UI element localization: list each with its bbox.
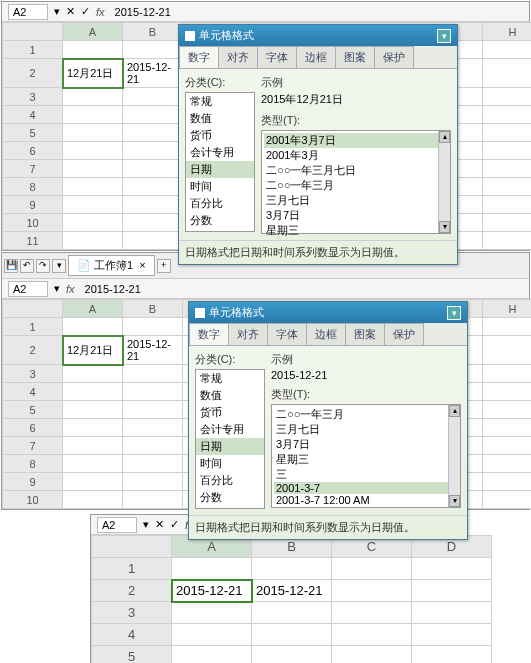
close-icon[interactable]: ▾	[437, 29, 451, 43]
cell-a2[interactable]: 12月21日	[63, 59, 123, 88]
list-item[interactable]: 常规	[196, 370, 264, 387]
tab-border[interactable]: 边框	[296, 46, 336, 68]
cell-reference[interactable]: A2	[8, 281, 48, 297]
type-listbox[interactable]: 二○○一年三月 三月七日 3月7日 星期三 三 2001-3-7 2001-3-…	[271, 404, 461, 508]
list-item[interactable]: 2001年3月7日	[264, 133, 448, 148]
list-item[interactable]: 3月7日	[274, 437, 458, 452]
list-item[interactable]: 2001-3-7	[274, 482, 458, 494]
list-item[interactable]: 会计专用	[186, 144, 254, 161]
scrollbar[interactable]: ▴ ▾	[448, 405, 460, 507]
tab-align[interactable]: 对齐	[228, 323, 268, 345]
formula-input[interactable]: 2015-12-21	[111, 5, 523, 19]
dropdown-icon[interactable]: ▾	[54, 5, 60, 18]
example-label: 示例	[271, 352, 461, 367]
list-item[interactable]: 数值	[196, 387, 264, 404]
list-item[interactable]: 星期三	[274, 452, 458, 467]
tab-align[interactable]: 对齐	[218, 46, 258, 68]
cell-reference[interactable]: A2	[97, 517, 137, 533]
cell-reference[interactable]: A2	[8, 4, 48, 20]
scroll-up-icon[interactable]: ▴	[449, 405, 460, 417]
cancel-icon[interactable]: ✕	[66, 5, 75, 18]
confirm-icon[interactable]: ✓	[170, 518, 179, 531]
category-listbox[interactable]: 常规 数值 货币 会计专用 日期 时间 百分比 分数 科学记数 文本 特殊 自定…	[185, 92, 255, 232]
list-item[interactable]: 日期	[186, 161, 254, 178]
list-item[interactable]: 三	[274, 467, 458, 482]
list-item[interactable]: 二○○一年三月	[264, 178, 448, 193]
row-header[interactable]: 2	[3, 59, 63, 88]
list-item[interactable]: 科学记数	[196, 506, 264, 509]
list-item[interactable]: 百分比	[196, 472, 264, 489]
list-item[interactable]: 3月7日	[264, 208, 448, 223]
formula-input[interactable]: 2015-12-21	[81, 282, 523, 296]
dialog-titlebar[interactable]: 单元格格式 ▾	[189, 302, 467, 323]
col-header[interactable]: B	[123, 300, 183, 318]
list-item[interactable]: 常规	[186, 93, 254, 110]
scroll-down-icon[interactable]: ▾	[449, 495, 460, 507]
scroll-up-icon[interactable]: ▴	[439, 131, 450, 143]
type-listbox[interactable]: 2001年3月7日 2001年3月 二○○一年三月七日 二○○一年三月 三月七日…	[261, 130, 451, 234]
list-item[interactable]: 数值	[186, 110, 254, 127]
cell-b2[interactable]: 2015-12-21	[123, 59, 183, 88]
row-header[interactable]: 1	[3, 41, 63, 59]
list-item[interactable]: 分数	[186, 212, 254, 229]
col-header[interactable]: A	[63, 23, 123, 41]
list-item[interactable]: 三月七日	[264, 193, 448, 208]
list-item[interactable]: 2001年3月	[264, 148, 448, 163]
add-tab-icon[interactable]: +	[157, 259, 171, 273]
list-item[interactable]: 三月七日	[274, 422, 458, 437]
tab-protect[interactable]: 保护	[374, 46, 414, 68]
list-item[interactable]: 科学记数	[186, 229, 254, 232]
confirm-icon[interactable]: ✓	[81, 5, 90, 18]
tab-font[interactable]: 字体	[257, 46, 297, 68]
list-item[interactable]: 二○○一年三月	[274, 407, 458, 422]
fx-icon[interactable]: fx	[66, 283, 75, 295]
spreadsheet-3[interactable]: A B C D 1 2 2015-12-21 2015-12-21 3 4 5 …	[91, 535, 492, 663]
list-item[interactable]: 分数	[196, 489, 264, 506]
cell-a2[interactable]: 2015-12-21	[172, 580, 252, 602]
tab-number[interactable]: 数字	[189, 323, 229, 345]
dropdown-icon[interactable]: ▾	[143, 518, 149, 531]
dialog-titlebar[interactable]: 单元格格式 ▾	[179, 25, 457, 46]
category-listbox[interactable]: 常规 数值 货币 会计专用 日期 时间 百分比 分数 科学记数 文本 特殊 自定…	[195, 369, 265, 509]
tab-font[interactable]: 字体	[267, 323, 307, 345]
redo-icon[interactable]: ↷	[36, 259, 50, 273]
col-header[interactable]: B	[123, 23, 183, 41]
list-item[interactable]: 时间	[196, 455, 264, 472]
dialog-footer: 日期格式把日期和时间系列数显示为日期值。	[189, 515, 467, 539]
cancel-icon[interactable]: ✕	[155, 518, 164, 531]
col-header[interactable]: A	[63, 300, 123, 318]
scroll-down-icon[interactable]: ▾	[439, 221, 450, 233]
list-item[interactable]: 货币	[196, 404, 264, 421]
list-item[interactable]: 时间	[186, 178, 254, 195]
col-header[interactable]: H	[483, 300, 532, 318]
list-item[interactable]: 2001-3-7 12:00 AM	[274, 494, 458, 506]
cell-format-dialog-2: 单元格格式 ▾ 数字 对齐 字体 边框 图案 保护 分类(C): 常规 数值 货…	[188, 301, 468, 540]
workbook-tab[interactable]: 📄 工作簿1 ×	[68, 255, 155, 276]
dropdown-icon[interactable]: ▾	[54, 282, 60, 295]
tab-pattern[interactable]: 图案	[335, 46, 375, 68]
undo-icon[interactable]: ↶	[20, 259, 34, 273]
col-header[interactable]: H	[483, 23, 532, 41]
cell-format-dialog: 单元格格式 ▾ 数字 对齐 字体 边框 图案 保护 分类(C): 常规 数值 货…	[178, 24, 458, 265]
tab-protect[interactable]: 保护	[384, 323, 424, 345]
cell-a2[interactable]: 12月21日	[63, 336, 123, 365]
list-item[interactable]: 会计专用	[196, 421, 264, 438]
close-icon[interactable]: ▾	[447, 306, 461, 320]
scrollbar[interactable]: ▴ ▾	[438, 131, 450, 233]
fx-icon[interactable]: fx	[96, 6, 105, 18]
list-item[interactable]: 二○○一年三月七日	[264, 163, 448, 178]
save-icon[interactable]: 💾	[4, 259, 18, 273]
list-item[interactable]: 货币	[186, 127, 254, 144]
cell-b2[interactable]: 2015-12-21	[123, 336, 183, 365]
tab-pattern[interactable]: 图案	[345, 323, 385, 345]
example-value: 2015-12-21	[271, 369, 461, 381]
tab-number[interactable]: 数字	[179, 46, 219, 68]
select-all[interactable]	[3, 23, 63, 41]
dropdown-icon[interactable]: ▾	[52, 259, 66, 273]
list-item[interactable]: 百分比	[186, 195, 254, 212]
dialog-icon	[185, 31, 195, 41]
tab-border[interactable]: 边框	[306, 323, 346, 345]
list-item[interactable]: 日期	[196, 438, 264, 455]
cell-b2[interactable]: 2015-12-21	[252, 580, 332, 602]
list-item[interactable]: 星期三	[264, 223, 448, 238]
